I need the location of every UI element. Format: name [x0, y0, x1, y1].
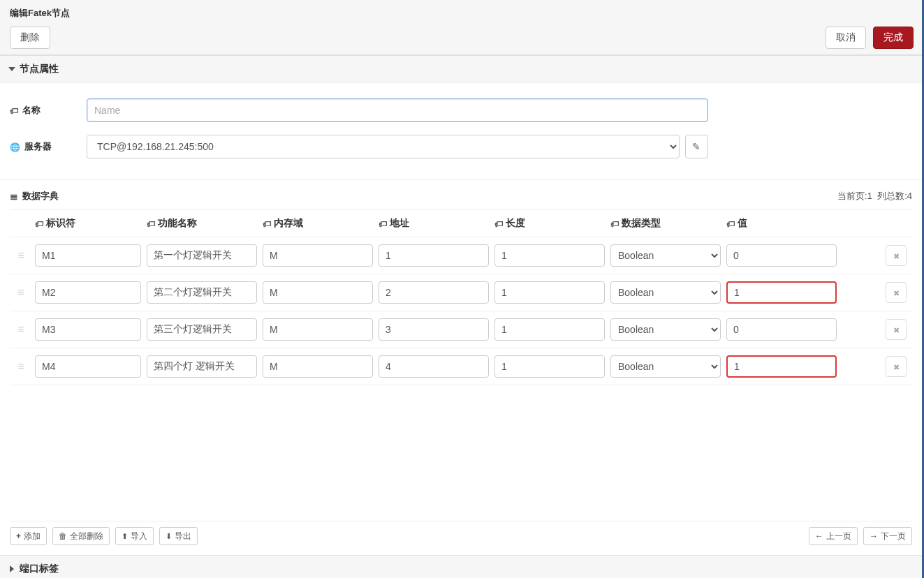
trash-icon	[59, 531, 67, 541]
col-header-fn: 功能名称	[158, 217, 197, 230]
table-row: ≡ Boolean	[10, 237, 912, 274]
cell-len-input[interactable]	[494, 244, 605, 267]
name-input[interactable]	[87, 98, 708, 122]
col-header-val: 值	[738, 217, 747, 230]
close-icon	[893, 362, 900, 372]
next-page-button[interactable]: 下一页	[863, 527, 912, 545]
server-select[interactable]: TCP@192.168.21.245:500	[87, 135, 680, 158]
chevron-down-icon	[8, 67, 15, 71]
section-label: 节点属性	[20, 63, 59, 75]
cell-len-input[interactable]	[494, 318, 605, 341]
field-label-server: 服务器	[24, 140, 52, 153]
tag-icon	[494, 218, 503, 229]
col-header-id: 标识符	[46, 217, 75, 230]
tag-icon	[379, 218, 387, 229]
drag-handle-icon[interactable]: ≡	[17, 287, 24, 298]
cell-addr-input[interactable]	[379, 318, 489, 341]
delete-button[interactable]: 删除	[10, 27, 50, 49]
export-button[interactable]: 导出	[159, 527, 198, 545]
col-header-len: 长度	[506, 217, 525, 230]
cell-len-input[interactable]	[494, 281, 605, 304]
drag-handle-icon[interactable]: ≡	[17, 361, 24, 372]
tag-icon	[610, 218, 619, 229]
table-row: ≡ Boolean	[10, 311, 912, 348]
cell-id-input[interactable]	[35, 244, 141, 267]
row-delete-button[interactable]	[886, 282, 907, 303]
tag-icon	[35, 218, 43, 229]
row-delete-button[interactable]	[886, 245, 907, 266]
cell-val-input[interactable]	[726, 355, 837, 378]
cell-id-input[interactable]	[35, 355, 141, 378]
arrow-right-icon	[870, 531, 878, 541]
upload-icon	[122, 531, 128, 541]
globe-icon	[10, 142, 20, 152]
cell-addr-input[interactable]	[379, 281, 489, 304]
cell-val-input[interactable]	[726, 244, 837, 267]
row-delete-button[interactable]	[886, 319, 907, 340]
col-header-mem: 内存域	[274, 217, 303, 230]
row-delete-button[interactable]	[886, 356, 907, 377]
cell-type-select[interactable]: Boolean	[610, 355, 721, 378]
done-button[interactable]: 完成	[873, 27, 914, 49]
tag-icon	[147, 218, 155, 229]
cell-val-input[interactable]	[726, 318, 837, 341]
section-label-port-tags: 端口标签	[20, 563, 59, 575]
cell-mem-input[interactable]	[263, 244, 373, 267]
cell-mem-input[interactable]	[263, 355, 373, 378]
cell-addr-input[interactable]	[379, 244, 489, 267]
cell-type-select[interactable]: Boolean	[610, 244, 721, 267]
close-icon	[893, 288, 900, 298]
drag-handle-icon[interactable]: ≡	[17, 324, 24, 335]
col-header-type: 数据类型	[622, 217, 661, 230]
cancel-button[interactable]: 取消	[826, 27, 866, 49]
server-edit-button[interactable]	[685, 135, 708, 158]
cell-fn-input[interactable]	[147, 355, 257, 378]
download-icon	[166, 531, 172, 541]
delete-all-button[interactable]: 全部删除	[52, 527, 110, 545]
table-row: ≡ Boolean	[10, 274, 912, 311]
cell-len-input[interactable]	[494, 355, 605, 378]
chevron-right-icon	[10, 565, 14, 572]
dialog-title: 编辑Fatek节点	[8, 4, 915, 25]
drag-handle-icon[interactable]: ≡	[17, 250, 24, 261]
section-label-dict: 数据字典	[22, 190, 59, 202]
tag-icon	[263, 218, 271, 229]
cell-addr-input[interactable]	[379, 355, 489, 378]
pencil-icon	[692, 141, 701, 152]
cell-type-select[interactable]: Boolean	[610, 318, 721, 341]
cell-mem-input[interactable]	[263, 318, 373, 341]
close-icon	[893, 325, 900, 335]
tag-icon	[726, 218, 735, 229]
cell-val-input[interactable]	[726, 281, 837, 304]
prev-page-button[interactable]: 上一页	[809, 527, 858, 545]
cell-fn-input[interactable]	[147, 318, 257, 341]
add-row-button[interactable]: 添加	[10, 527, 47, 545]
plus-icon	[16, 531, 21, 541]
table-row: ≡ Boolean	[10, 348, 912, 385]
cell-fn-input[interactable]	[147, 244, 257, 267]
import-button[interactable]: 导入	[115, 527, 154, 545]
col-header-addr: 地址	[390, 217, 409, 230]
section-header-node-props[interactable]: 节点属性	[0, 55, 922, 83]
cell-mem-input[interactable]	[263, 281, 373, 304]
cell-fn-input[interactable]	[147, 281, 257, 304]
cell-id-input[interactable]	[35, 281, 141, 304]
list-icon	[10, 191, 18, 202]
section-header-port-tags[interactable]: 端口标签	[0, 555, 922, 578]
tag-icon	[10, 105, 18, 116]
arrow-left-icon	[815, 531, 823, 541]
cell-type-select[interactable]: Boolean	[610, 281, 721, 304]
close-icon	[893, 251, 900, 261]
field-label-name: 名称	[22, 104, 41, 117]
dict-page-info: 当前页:1 列总数:4	[837, 190, 912, 202]
cell-id-input[interactable]	[35, 318, 141, 341]
